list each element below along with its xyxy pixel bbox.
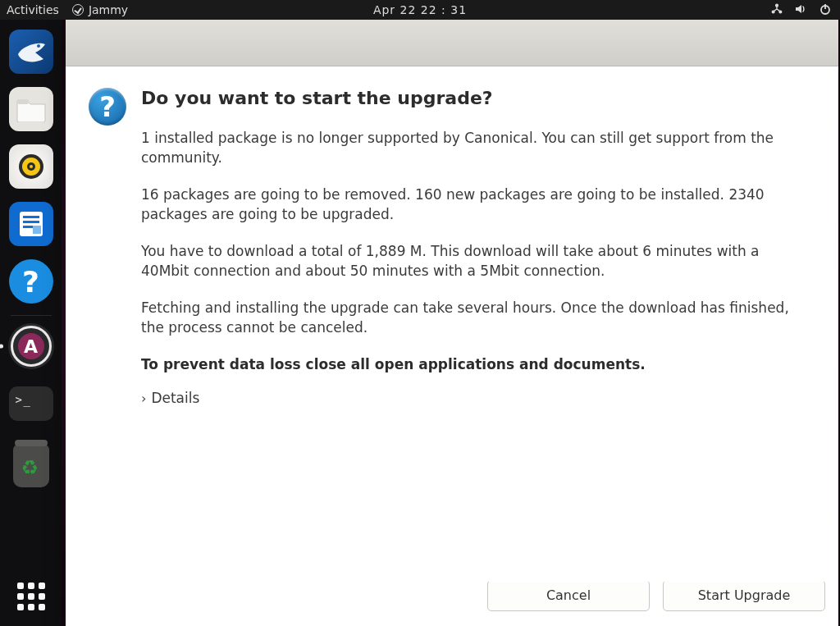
dock-item-files[interactable] (7, 85, 55, 133)
upgrade-dialog-window: ? Do you want to start the upgrade? 1 in… (66, 20, 838, 626)
data-loss-warning-text: To prevent data loss close all open appl… (141, 355, 810, 374)
show-applications-button[interactable] (11, 577, 51, 616)
app-menu-icon (72, 4, 84, 16)
cancel-button[interactable]: Cancel (487, 582, 650, 611)
dock-item-help[interactable]: ? (7, 258, 55, 305)
dock-item-writer[interactable] (7, 200, 55, 248)
terminal-icon (9, 386, 53, 421)
network-icon (771, 3, 783, 17)
dialog-title: Do you want to start the upgrade? (141, 86, 810, 111)
details-expander[interactable]: › Details (141, 389, 810, 408)
clock-button[interactable]: Apr 22 22 : 31 (373, 3, 467, 16)
package-changes-text: 16 packages are going to be removed. 160… (141, 185, 810, 224)
writer-icon (9, 202, 53, 246)
dock-item-terminal[interactable] (7, 380, 55, 427)
svg-rect-14 (23, 226, 34, 228)
gnome-topbar: Activities Jammy Apr 22 22 : 31 (0, 0, 840, 20)
duration-warning-text: Fetching and installing the upgrade can … (141, 299, 810, 337)
app-menu-label: Jammy (89, 3, 128, 16)
software-updater-icon: A (8, 323, 54, 369)
svg-point-10 (30, 165, 33, 168)
details-label: Details (151, 389, 199, 408)
dock-item-trash[interactable]: ♻ (7, 442, 55, 490)
svg-rect-12 (23, 216, 39, 218)
dock-item-thunderbird[interactable] (7, 28, 55, 75)
volume-icon (794, 2, 807, 18)
window-titlebar[interactable] (66, 20, 838, 66)
svg-rect-13 (23, 221, 39, 223)
trash-icon: ♻ (13, 445, 49, 487)
obsolete-packages-text: 1 installed package is no longer support… (141, 129, 810, 167)
svg-point-5 (37, 44, 40, 48)
start-upgrade-button[interactable]: Start Upgrade (663, 582, 825, 611)
system-status-area[interactable] (771, 2, 840, 18)
dock-separator (11, 315, 52, 316)
question-icon: ? (89, 88, 126, 126)
download-size-text: You have to download a total of 1,889 M.… (141, 242, 810, 281)
dialog-body: ? Do you want to start the upgrade? 1 in… (66, 66, 838, 582)
power-icon (819, 2, 832, 18)
dock-item-software-updater[interactable]: A (7, 322, 55, 370)
svg-rect-6 (17, 99, 29, 104)
files-icon (9, 87, 53, 131)
app-menu-button[interactable]: Jammy (72, 3, 128, 16)
dock-item-rhythmbox[interactable] (7, 143, 55, 190)
activities-button[interactable]: Activities (7, 3, 59, 16)
dock: ? A ♻ (0, 20, 62, 626)
rhythmbox-icon (9, 144, 53, 189)
chevron-right-icon: › (141, 390, 146, 408)
thunderbird-icon (9, 30, 53, 74)
svg-rect-15 (33, 226, 41, 234)
svg-point-0 (776, 4, 778, 7)
dialog-button-bar: Cancel Start Upgrade (66, 582, 838, 626)
help-icon: ? (9, 259, 53, 304)
